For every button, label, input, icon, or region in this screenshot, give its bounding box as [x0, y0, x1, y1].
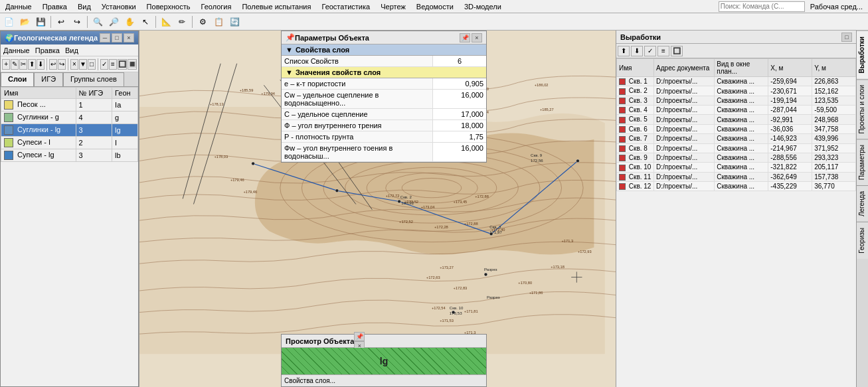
geo-tool-9[interactable]: ▼: [79, 59, 87, 70]
save-button[interactable]: 💾: [33, 15, 48, 29]
geo-tool-4[interactable]: ⬆: [28, 59, 36, 70]
geo-menu-edit[interactable]: Правка: [35, 46, 60, 54]
menu-item-surface[interactable]: Поверхность: [144, 2, 193, 11]
borehole-table-row[interactable]: Скв. 7 D:/проекты/... Скважина ... -146,…: [617, 134, 856, 143]
borehole-table-row[interactable]: Скв. 5 D:/проекты/... Скважина ... -92,9…: [617, 115, 856, 124]
params-window-controls: 📌 ×: [460, 33, 482, 42]
borehole-tool-4[interactable]: ≡: [657, 46, 669, 56]
borehole-tool-2[interactable]: ⬇: [631, 46, 643, 56]
draw-button[interactable]: ✏: [175, 15, 189, 29]
geo-tool-1[interactable]: +: [2, 59, 10, 70]
menu-item-data[interactable]: Данные: [3, 2, 35, 11]
preview-pin-button[interactable]: 📌: [354, 332, 365, 341]
tab-layers[interactable]: Слои: [1, 72, 34, 86]
map-area[interactable]: +179,94 +182,96 +184,70 +185,50 +186,02 …: [139, 31, 616, 387]
geo-tool-7[interactable]: ↪: [58, 59, 66, 70]
side-tab-legend[interactable]: Легенда: [857, 185, 868, 222]
close-button[interactable]: ×: [124, 33, 134, 42]
borehole-table-row[interactable]: Скв. 2 D:/проекты/... Скважина ... -230,…: [617, 86, 856, 96]
borehole-table[interactable]: Имя Адрес документа Вид в окне план... X…: [616, 58, 856, 387]
geo-table-row[interactable]: Суглинки - lg 3 lg: [1, 124, 138, 137]
minimize-button[interactable]: ─: [100, 33, 110, 42]
params-data-row: Ф – угол внутреннего трения 18,000: [282, 120, 486, 131]
select-button[interactable]: ↖: [138, 15, 153, 29]
params-pin-button[interactable]: 📌: [460, 33, 470, 42]
preview-content: lg: [282, 348, 486, 374]
side-tab-params[interactable]: Параметры: [857, 139, 868, 185]
tab-layer-groups[interactable]: Группы слоев: [63, 72, 124, 86]
borehole-table-row[interactable]: Скв. 11 D:/проекты/... Скважина ... -362…: [617, 172, 856, 181]
svg-text:Скв. 9: Скв. 9: [531, 153, 543, 157]
menu-item-settings[interactable]: Установки: [99, 2, 139, 11]
search-input[interactable]: [719, 1, 805, 12]
settings-button[interactable]: ⚙: [195, 15, 210, 29]
section-properties-header[interactable]: ▼ Свойства слоя: [282, 44, 486, 56]
borehole-table-row[interactable]: Скв. 4 D:/проекты/... Скважина ... -287,…: [617, 106, 856, 115]
side-tab-boreholes[interactable]: Выработки: [857, 31, 868, 79]
restore-button[interactable]: □: [112, 33, 122, 42]
menu-item-3d[interactable]: 3D-модели: [462, 2, 504, 11]
menu-item-geostatistics[interactable]: Геостатистика: [319, 2, 373, 11]
pan-button[interactable]: ✋: [122, 15, 137, 29]
geo-tool-8[interactable]: ×: [70, 59, 78, 70]
borehole-name-cell: Скв. 6: [617, 124, 654, 133]
svg-text:+178,13: +178,13: [210, 102, 224, 106]
params-close-button[interactable]: ×: [472, 33, 482, 42]
borehole-name-cell: Скв. 8: [617, 143, 654, 153]
borehole-tool-3[interactable]: ✓: [644, 46, 656, 56]
properties-button[interactable]: 📋: [211, 15, 226, 29]
menu-item-reports[interactable]: Ведомости: [414, 2, 456, 11]
params-row-label: P - плотность грунта: [282, 131, 433, 142]
menu-item-geology[interactable]: Геология: [198, 2, 234, 11]
redo-button[interactable]: ↪: [70, 15, 84, 29]
menu-item-field-tests[interactable]: Полевые испытания: [239, 2, 313, 11]
section-values-header[interactable]: ▼ Значения свойств слоя: [282, 67, 486, 78]
side-tab-projects[interactable]: Проекты и слои: [857, 79, 868, 139]
borehole-tool-1[interactable]: ⬆: [618, 46, 630, 56]
borehole-table-row[interactable]: Скв. 10 D:/проекты/... Скважина ... -321…: [617, 163, 856, 172]
preview-footer-text: Свойства слоя...: [284, 377, 335, 384]
geo-tool-11[interactable]: ✓: [100, 59, 108, 70]
geo-tool-3[interactable]: ✂: [19, 59, 27, 70]
borehole-name-cell: Скв. 12: [617, 181, 654, 191]
refresh-button[interactable]: 🔄: [227, 15, 242, 29]
borehole-view-cell: Скважина ...: [715, 153, 768, 162]
toolbar-separator-4: [192, 16, 193, 28]
undo-button[interactable]: ↩: [54, 15, 68, 29]
geo-tool-12[interactable]: ≡: [109, 59, 117, 70]
menu-item-drawing[interactable]: Чертеж: [378, 2, 408, 11]
borehole-table-row[interactable]: Скв. 6 D:/проекты/... Скважина ... -36,0…: [617, 124, 856, 133]
borehole-table-row[interactable]: Скв. 3 D:/проекты/... Скважина ... -199,…: [617, 96, 856, 105]
geo-tool-6[interactable]: ↩: [49, 59, 57, 70]
borehole-table-row[interactable]: Скв. 12 D:/проекты/... Скважина ... -435…: [617, 181, 856, 191]
geo-tool-10[interactable]: □: [88, 59, 96, 70]
main-area: 🌍 Геологическая легенда ─ □ × Данные Пра…: [0, 31, 868, 387]
geo-menu-data[interactable]: Данные: [3, 46, 30, 54]
geo-tool-5[interactable]: ⬇: [37, 59, 44, 70]
borehole-table-row[interactable]: Скв. 9 D:/проекты/... Скважина ... -288,…: [617, 153, 856, 162]
tab-ige[interactable]: ИГЭ: [34, 72, 63, 86]
open-button[interactable]: 📂: [17, 15, 32, 29]
borehole-tool-5[interactable]: 🔲: [671, 46, 683, 56]
menu-item-edit[interactable]: Правка: [40, 2, 70, 11]
borehole-restore-button[interactable]: □: [841, 33, 852, 42]
geo-table-row[interactable]: Песок ... 1 Ia: [1, 99, 138, 112]
geo-table-row[interactable]: Суглинки - g 4 g: [1, 112, 138, 124]
borehole-view-cell: Скважина ...: [715, 172, 768, 181]
borehole-view-cell: Скважина ...: [715, 124, 768, 133]
menu-item-view[interactable]: Вид: [75, 2, 94, 11]
zoom-out-button[interactable]: 🔎: [106, 15, 121, 29]
geo-table-row[interactable]: Супеси - lg 3 lb: [1, 149, 138, 162]
zoom-in-button[interactable]: 🔍: [90, 15, 105, 29]
geo-tool-13[interactable]: 🔲: [118, 59, 127, 70]
borehole-table-row[interactable]: Скв. 8 D:/проекты/... Скважина ... -214,…: [617, 143, 856, 153]
geo-tool-2[interactable]: ✎: [11, 59, 19, 70]
new-button[interactable]: 📄: [1, 15, 16, 29]
measure-button[interactable]: 📐: [159, 15, 173, 29]
geo-table-row[interactable]: Супеси - I 2 I: [1, 137, 138, 149]
geo-tool-14[interactable]: 🔳: [128, 59, 137, 70]
borehole-address-cell: D:/проекты/...: [654, 172, 715, 181]
geo-menu-view[interactable]: Вид: [65, 46, 78, 54]
borehole-table-row[interactable]: Скв. 1 D:/проекты/... Скважина ... -259,…: [617, 77, 856, 86]
side-tab-georiz[interactable]: Георизы: [857, 222, 868, 259]
